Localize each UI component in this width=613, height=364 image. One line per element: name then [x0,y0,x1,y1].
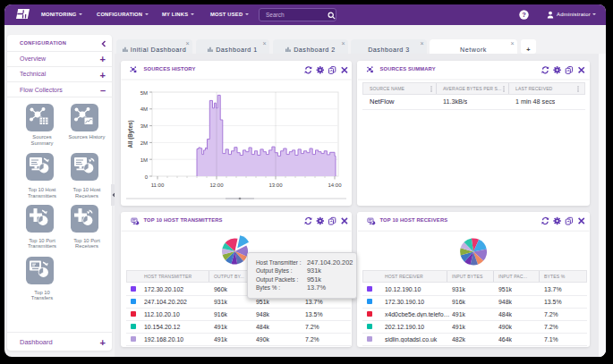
svg-text:?: ? [522,11,526,19]
